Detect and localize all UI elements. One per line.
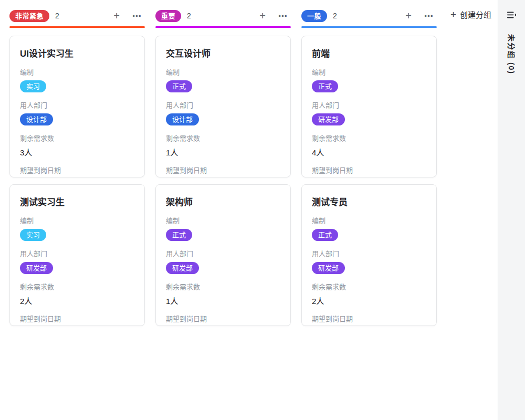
field-tag: 设计部 [166,113,199,125]
group-color-line [155,26,291,28]
more-options-icon[interactable]: ⋯ [278,12,288,20]
create-group-button[interactable]: + 创建分组 [450,9,491,20]
field-label: 剩余需求数 [312,133,426,143]
group-header: 非常紧急2+⋯ [9,7,145,24]
record-card[interactable]: 交互设计师编制正式用人部门设计部剩余需求数1人期望到岗日期2022-08-31 [155,36,291,177]
field-label: 用人部门 [20,100,134,110]
plus-icon: + [450,9,456,19]
field-tag: 研发部 [166,262,199,274]
field-label: 用人部门 [312,100,426,110]
field-value: 2人 [312,295,426,306]
field-tag: 正式 [166,229,192,241]
ungrouped-panel: 未分组 (0) [498,0,525,420]
field-label: 期望到岗日期 [166,313,280,323]
collapse-panel-icon[interactable] [506,9,518,20]
group-count: 2 [333,12,337,20]
record-card[interactable]: 测试实习生编制实习用人部门研发部剩余需求数2人期望到岗日期2022-07-07 [9,184,145,326]
board-column: 非常紧急2+⋯UI设计实习生编制实习用人部门设计部剩余需求数3人期望到岗日期20… [9,7,145,333]
group-count: 2 [55,12,59,20]
field-label: 剩余需求数 [20,281,134,291]
field-tag: 研发部 [20,262,53,274]
field-label: 编制 [312,67,426,77]
field-tag: 正式 [312,80,338,92]
add-record-icon[interactable]: + [113,10,120,21]
card-list: UI设计实习生编制实习用人部门设计部剩余需求数3人期望到岗日期2022-07-2… [9,36,145,326]
field-tag: 正式 [312,229,338,241]
field-label: 期望到岗日期 [312,313,426,323]
field-label: 期望到岗日期 [166,165,280,175]
field-label: 期望到岗日期 [20,313,134,323]
more-options-icon[interactable]: ⋯ [132,12,142,20]
record-card[interactable]: 前端编制正式用人部门研发部剩余需求数4人期望到岗日期2022-07-29 [301,36,437,177]
field-label: 用人部门 [166,100,280,110]
field-label: 编制 [312,215,426,225]
field-value: 2人 [20,295,134,306]
field-label: 剩余需求数 [166,281,280,291]
card-title: 测试专员 [312,195,426,208]
field-label: 用人部门 [20,248,134,258]
field-tag: 实习 [20,80,46,92]
field-label: 用人部门 [166,248,280,258]
field-tag: 研发部 [312,262,345,274]
record-card[interactable]: 架构师编制正式用人部门研发部剩余需求数1人期望到岗日期2022-08-19 [155,184,291,326]
field-value: 4人 [312,146,426,158]
add-record-icon[interactable]: + [259,10,266,21]
field-label: 用人部门 [312,248,426,258]
card-title: 测试实习生 [20,195,134,208]
card-title: 交互设计师 [166,46,280,59]
create-group-label: 创建分组 [460,9,491,20]
field-label: 编制 [20,67,134,77]
board-column: 重要2+⋯交互设计师编制正式用人部门设计部剩余需求数1人期望到岗日期2022-0… [155,7,291,333]
group-badge[interactable]: 一般 [301,10,327,22]
field-tag: 正式 [166,80,192,92]
record-card[interactable]: UI设计实习生编制实习用人部门设计部剩余需求数3人期望到岗日期2022-07-2… [9,36,145,177]
group-actions: +⋯ [405,10,434,21]
field-tag: 设计部 [20,113,53,125]
group-badge[interactable]: 非常紧急 [9,10,49,22]
group-color-line [9,26,145,28]
more-options-icon[interactable]: ⋯ [424,12,434,20]
kanban-page: 非常紧急2+⋯UI设计实习生编制实习用人部门设计部剩余需求数3人期望到岗日期20… [0,0,525,420]
field-tag: 研发部 [312,113,345,125]
field-label: 编制 [166,215,280,225]
card-list: 前端编制正式用人部门研发部剩余需求数4人期望到岗日期2022-07-29测试专员… [301,36,437,326]
field-value: 1人 [166,295,280,306]
card-title: 架构师 [166,195,280,208]
record-card[interactable]: 测试专员编制正式用人部门研发部剩余需求数2人期望到岗日期2022-07-30 [301,184,437,326]
group-actions: +⋯ [113,10,142,21]
field-value: 1人 [166,146,280,158]
group-count: 2 [187,12,191,20]
group-badge[interactable]: 重要 [155,10,181,22]
card-title: UI设计实习生 [20,46,134,59]
field-label: 期望到岗日期 [312,165,426,175]
field-label: 剩余需求数 [20,133,134,143]
board-column: 一般2+⋯前端编制正式用人部门研发部剩余需求数4人期望到岗日期2022-07-2… [301,7,437,333]
field-label: 编制 [166,67,280,77]
field-label: 剩余需求数 [166,133,280,143]
kanban-board: 非常紧急2+⋯UI设计实习生编制实习用人部门设计部剩余需求数3人期望到岗日期20… [0,0,498,420]
card-list: 交互设计师编制正式用人部门设计部剩余需求数1人期望到岗日期2022-08-31架… [155,36,291,326]
card-title: 前端 [312,46,426,59]
field-value: 3人 [20,146,134,158]
ungrouped-group-label[interactable]: 未分组 (0) [507,34,517,75]
field-label: 期望到岗日期 [20,165,134,175]
group-color-line [301,26,437,28]
add-record-icon[interactable]: + [405,10,412,21]
field-tag: 实习 [20,229,46,241]
group-header: 重要2+⋯ [155,7,291,24]
field-label: 剩余需求数 [312,281,426,291]
group-actions: +⋯ [259,10,288,21]
field-label: 编制 [20,215,134,225]
group-header: 一般2+⋯ [301,7,437,24]
board-columns: 非常紧急2+⋯UI设计实习生编制实习用人部门设计部剩余需求数3人期望到岗日期20… [9,7,498,333]
